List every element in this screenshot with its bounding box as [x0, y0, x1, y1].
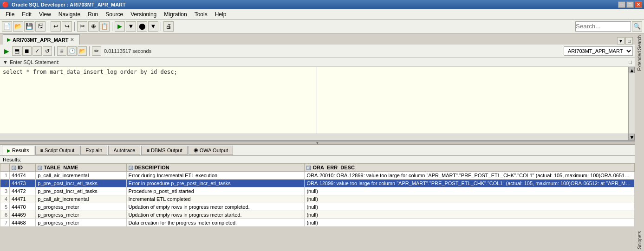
main-toolbar: 📄 📂 💾 🖫 ↩ ↪ ✂ ⊕ 📋 ▶ ▼ ⬤ ▼ 🖨 🔍 [0, 19, 644, 33]
sql-editor-right[interactable] [317, 67, 628, 140]
debug-button[interactable]: ⬤ [137, 21, 147, 32]
tab-ari703mt[interactable]: ▶ ARI703MT_APR_MART ✕ [3, 34, 80, 45]
cell-rownum: 3 [0, 187, 10, 195]
tab-results[interactable]: ▶ Results [2, 146, 34, 155]
save-button[interactable]: 💾 [24, 21, 34, 32]
debug-dropdown-button[interactable]: ▼ [148, 21, 158, 32]
toolbar-search-icon[interactable]: 🔍 [632, 21, 642, 32]
cell-rownum: 1 [0, 172, 10, 180]
sql-label-collapse-icon[interactable]: ▼ [3, 59, 8, 65]
menu-view[interactable]: View [35, 10, 55, 19]
cell-rownum: 6 [0, 211, 10, 219]
print-button[interactable]: 🖨 [163, 21, 174, 32]
toolbar-sep-3 [112, 22, 112, 31]
cell-description: Incremental ETL completed [126, 195, 305, 203]
menu-run[interactable]: Run [84, 10, 102, 19]
results-tab-icon: ▶ [7, 148, 11, 153]
sql-run-button[interactable]: ▶ [2, 46, 11, 56]
cut-button[interactable]: ✂ [77, 21, 87, 32]
tab-close-icon[interactable]: ✕ [70, 37, 74, 42]
paste-button[interactable]: 📋 [99, 21, 110, 32]
sql-commit-button[interactable]: ✓ [33, 46, 42, 56]
table-row[interactable]: 744468p_progress_meterData creation for … [0, 219, 635, 227]
table-row[interactable]: 244473p_pre_post_incr_etl_tasksError in … [0, 180, 635, 187]
sql-scrollbar-vertical[interactable]: ▲ ▼ [628, 67, 635, 140]
sql-run-script-button[interactable]: ⬒ [12, 46, 21, 56]
tab-dropdown-button[interactable]: ▼ [617, 37, 624, 45]
copy-button[interactable]: ⊕ [88, 21, 98, 32]
menu-tools[interactable]: Tools [191, 10, 211, 19]
results-tabs: ▶ Results ≡ Script Output Explain Autotr… [0, 145, 635, 156]
cell-ora-err-desc: (null) [305, 195, 635, 203]
table-row[interactable]: 444471p_call_air_incrementalIncremental … [0, 195, 635, 203]
scrollbar-down-arrow[interactable]: ▼ [629, 134, 635, 140]
col-header-id[interactable]: ⊞ID [10, 164, 36, 172]
col-header-description[interactable]: ⊞DESCRIPTION [126, 164, 305, 172]
tab-dbms-output[interactable]: ≡ DBMS Output [141, 146, 187, 155]
open-folder-button[interactable]: 📂 [13, 21, 23, 32]
sql-history-button[interactable]: 🕐 [67, 46, 77, 56]
script-output-label: Script Output [45, 148, 74, 153]
menu-navigate[interactable]: Navigate [55, 10, 84, 19]
cell-ora-err-desc: ORA-12899: value too large for column "A… [305, 180, 635, 187]
col-header-tablename[interactable]: ⊞TABLE_NAME [36, 164, 126, 172]
sql-format-button[interactable]: ≡ [57, 46, 66, 56]
sql-edit-button[interactable]: ✏ [92, 46, 101, 56]
results-label-text: Results: [3, 157, 21, 162]
cell-id: 44473 [10, 180, 36, 187]
menu-help[interactable]: Help [211, 10, 230, 19]
run-button[interactable]: ▶ [115, 21, 125, 32]
splitter[interactable]: ▼ [0, 141, 635, 145]
menu-source[interactable]: Source [102, 10, 127, 19]
sql-open-button[interactable]: 📂 [78, 46, 87, 56]
cell-tablename: p_progress_meter [36, 219, 126, 227]
tab-owa-output[interactable]: ◉ OWA Output [189, 146, 233, 155]
search-input[interactable] [575, 21, 631, 32]
save-all-button[interactable]: 🖫 [35, 21, 46, 32]
redo-button[interactable]: ↪ [62, 21, 72, 32]
table-row[interactable]: 344472p_pre_post_incr_etl_tasksProcedure… [0, 187, 635, 195]
menu-versioning[interactable]: Versioning [127, 10, 160, 19]
tab-explain[interactable]: Explain [80, 146, 107, 155]
table-row[interactable]: 144474p_call_air_incrementalError during… [0, 172, 635, 180]
cell-tablename: p_call_air_incremental [36, 195, 126, 203]
connection-select[interactable]: ARI703MT_APR_MART [564, 46, 633, 56]
scrollbar-track[interactable] [629, 73, 635, 134]
cell-ora-err-desc: (null) [305, 211, 635, 219]
close-button[interactable]: ✕ [635, 1, 642, 8]
menu-file[interactable]: File [2, 10, 18, 19]
scrollbar-up-arrow[interactable]: ▲ [629, 67, 635, 73]
table-row[interactable]: 644469p_progress_meterUpdation of empty … [0, 211, 635, 219]
cell-id: 44468 [10, 219, 36, 227]
sql-rollback-button[interactable]: ↺ [43, 46, 52, 56]
results-table-scroll[interactable]: ⊞ID ⊞TABLE_NAME ⊞DESCRIPTION ⊞ORA_ERR_DE… [0, 163, 635, 251]
cell-id: 44474 [10, 172, 36, 180]
sql-maximize-icon[interactable]: □ [629, 59, 632, 65]
new-file-button[interactable]: 📄 [2, 21, 12, 32]
cell-tablename: p_call_air_incremental [36, 172, 126, 180]
col-header-ora-err[interactable]: ⊞ORA_ERR_DESC [305, 164, 635, 172]
sql-scrollbar-horizontal[interactable] [0, 134, 628, 140]
snippets-label[interactable]: Snippets [636, 229, 643, 251]
minimize-button[interactable]: ─ [618, 1, 625, 8]
menu-edit[interactable]: Edit [18, 10, 35, 19]
cell-tablename: p_pre_post_incr_etl_tasks [36, 187, 126, 195]
col-id-icon: ⊞ [12, 166, 16, 170]
results-label: Results: [0, 156, 635, 163]
col-header-rownum [0, 164, 10, 172]
run-dropdown-button[interactable]: ▼ [126, 21, 136, 32]
table-row[interactable]: 544470p_progress_meterUpdation of empty … [0, 203, 635, 211]
sql-editor-area: select * from mart_data_insert_log order… [0, 67, 635, 141]
tab-script-output[interactable]: ≡ Script Output [35, 146, 80, 155]
cell-description: Error during Incremental ETL execution [126, 172, 305, 180]
cell-id: 44469 [10, 211, 36, 219]
tab-autotrace[interactable]: Autotrace [108, 146, 140, 155]
maximize-button[interactable]: □ [626, 1, 634, 8]
sql-editor-left[interactable]: select * from mart_data_insert_log order… [0, 67, 317, 140]
undo-button[interactable]: ↩ [51, 21, 61, 32]
tab-restore-button[interactable]: □ [625, 37, 633, 45]
results-table: ⊞ID ⊞TABLE_NAME ⊞DESCRIPTION ⊞ORA_ERR_DE… [0, 163, 635, 227]
extended-search-label[interactable]: Extended Search [636, 33, 643, 73]
sql-stop-button[interactable]: ⏹ [22, 46, 32, 56]
menu-migration[interactable]: Migration [160, 10, 190, 19]
